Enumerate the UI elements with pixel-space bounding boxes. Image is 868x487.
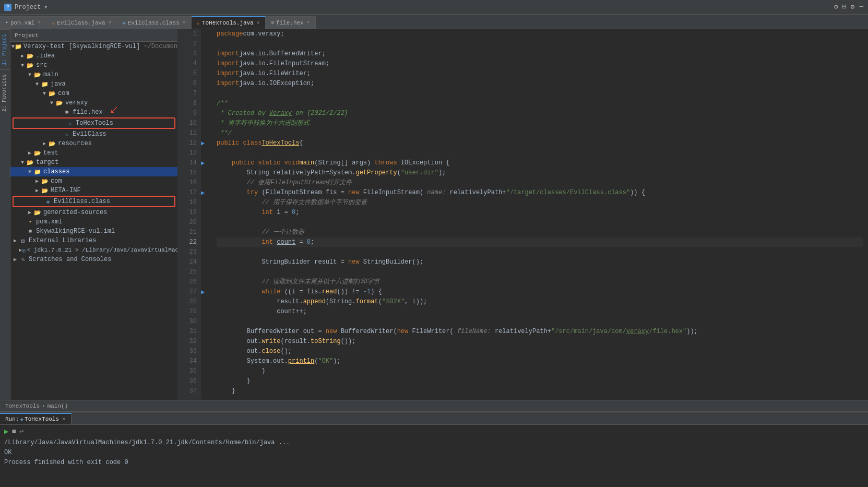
java-evilclass-icon: ☕ — [63, 130, 71, 138]
tree-item-scratches[interactable]: ▶ ✎ Scratches and Consoles — [10, 255, 177, 264]
code-line-21: // 一个计数器 — [217, 228, 863, 237]
code-editor[interactable]: 1 2 3 4 5 6 7 8 9 10 11 12 13 14 15 16 1… — [177, 29, 868, 400]
tree-label-veraxy: veraxy — [65, 99, 88, 106]
run-button[interactable]: ▶ — [4, 427, 8, 436]
tree-label-classes: classes — [43, 168, 69, 175]
code-line-28: result.append(String.format("%02X", i)); — [217, 297, 863, 307]
tree-item-com[interactable]: ▼ 📂 com — [10, 89, 177, 98]
split-icon[interactable]: ⊟ — [842, 3, 847, 12]
run-gutter-12[interactable]: ▶ — [201, 138, 211, 148]
line-num-2: 2 — [182, 39, 197, 49]
dropdown-arrow-icon[interactable]: ▾ — [44, 4, 47, 10]
tab-file-hex[interactable]: ■ file.hex × — [266, 16, 316, 29]
folder-icon-generated: 📂 — [33, 208, 42, 217]
stop-button[interactable]: ■ — [11, 427, 16, 436]
code-line-23 — [217, 247, 863, 257]
tree-item-jdk[interactable]: ▶ ◎ < jdk1.7.0_21 > /Library/Java/JavaVi… — [10, 245, 177, 255]
tab-close-icon4[interactable]: × — [257, 20, 260, 26]
tab-tohextools-java[interactable]: ☕ ToHexTools.java × — [192, 16, 266, 29]
tree-arrow-idea: ▶ — [19, 53, 26, 59]
run-tab-close[interactable]: × — [62, 416, 66, 422]
tree-item-veraxy[interactable]: ▼ 📂 veraxy — [10, 98, 177, 108]
line-num-34: 34 — [182, 357, 197, 366]
breadcrumb-item-1[interactable]: ToHexTools — [5, 403, 40, 409]
tree-item-classes[interactable]: ▼ 📁 classes — [10, 167, 177, 176]
tab-close-icon3[interactable]: × — [183, 20, 186, 26]
tree-item-generated[interactable]: ▶ 📂 generated-sources — [10, 208, 177, 217]
line-num-19: 19 — [182, 208, 197, 218]
tree-item-pom[interactable]: ▪ pom.xml — [10, 217, 177, 227]
tab-close-icon[interactable]: × — [38, 20, 41, 26]
gear-icon[interactable]: ⚙ — [851, 3, 855, 12]
line-num-28: 28 — [182, 297, 197, 307]
folder-icon-root: 📁 — [15, 42, 22, 51]
code-line-12: public class ToHexTools { — [217, 138, 863, 148]
tree-item-com2[interactable]: ▶ 📂 com — [10, 176, 177, 186]
tree-label-external-libs: External Libraries — [29, 237, 97, 244]
run-gutter-37[interactable]: ▶ — [201, 396, 211, 400]
run-gutter-27[interactable]: ▶ — [201, 287, 211, 297]
line-num-1: 1 — [182, 29, 197, 39]
run-gutter-14[interactable]: ▶ — [201, 158, 211, 168]
tree-item-test[interactable]: ▶ 📂 test — [10, 148, 177, 158]
code-line-14: public static void main(String[] args) t… — [217, 158, 863, 168]
tree-item-idea[interactable]: ▶ 📂 .idea — [10, 51, 177, 61]
line-num-23: 23 — [182, 247, 197, 257]
tree-arrow-com2: ▶ — [33, 178, 41, 184]
tree-item-evilclass-java[interactable]: ☕ EvilClass — [10, 129, 177, 139]
run-tab-class-name: ToHexTools — [25, 416, 59, 422]
gutter: ▶ ▶ ▶ ▶ — [201, 29, 211, 400]
folder-icon-com2: 📂 — [41, 177, 49, 185]
tree-arrow-external-libs: ▶ — [11, 237, 19, 244]
line-num-31: 31 — [182, 327, 197, 337]
run-gutter-17[interactable]: ▶ — [201, 188, 211, 198]
code-line-31: BufferedWriter out = new BufferedWriter(… — [217, 327, 863, 337]
tree-item-external-libs[interactable]: ▶ ⊞ External Libraries — [10, 236, 177, 245]
code-line-8: /** — [217, 99, 863, 109]
tree-item-meta-inf[interactable]: ▶ 📂 META-INF — [10, 186, 177, 195]
class-file-icon: ◈ — [123, 20, 126, 26]
folder-icon-idea: 📂 — [26, 52, 34, 60]
tree-item-main[interactable]: ▼ 📂 main — [10, 70, 177, 79]
bottom-tabs: Run: ◈ ToHexTools × — [0, 412, 868, 425]
tree-item-resources[interactable]: ▶ 📂 resources — [10, 139, 177, 148]
tab-evilclass-class[interactable]: ◈ EvilClass.class × — [117, 16, 192, 29]
tree-item-root[interactable]: ▼ 📁 Veraxy-test [SkywalkingRCE-vul] ~/Do… — [10, 42, 177, 51]
sidebar-title-label: Project — [15, 32, 39, 39]
left-tabs: 1: Project 2: Favorites — [0, 29, 10, 400]
reload-button[interactable]: ↩ — [19, 427, 23, 436]
tree-item-tohextools[interactable]: ☕ ToHexTools — [13, 117, 175, 129]
breadcrumb-separator: › — [42, 403, 45, 409]
tree-label-java: java — [51, 80, 66, 88]
tree-item-filehex[interactable]: ■ file.hex — [10, 108, 177, 117]
code-line-32: out.write(result.toString()); — [217, 337, 863, 347]
run-tab-label: Run: — [5, 416, 19, 422]
settings-icon[interactable]: ⚙ — [834, 3, 838, 12]
code-content[interactable]: package com.veraxy; import java.io.Buffe… — [211, 29, 868, 400]
sidebar-tab-project[interactable]: 1: Project — [0, 29, 10, 69]
minimize-icon[interactable]: − — [859, 3, 864, 12]
tree-item-iml[interactable]: ■ SkywalkingRCE-vul.iml — [10, 227, 177, 236]
run-tab[interactable]: Run: ◈ ToHexTools × — [0, 413, 72, 424]
tab-evilclass-java[interactable]: ☕ EvilClass.java × — [46, 16, 117, 29]
code-line-15: String relativelyPath=System.getProperty… — [217, 168, 863, 178]
code-line-17: try (FileInputStream fis = new FileInput… — [217, 188, 863, 198]
tab-close-icon2[interactable]: × — [109, 20, 112, 26]
code-line-16: // 使用FileInputStream打开文件 — [217, 178, 863, 188]
tree-item-evilclass-class[interactable]: ◈ EvilClass.class — [13, 196, 175, 207]
tab-close-icon5[interactable]: × — [307, 20, 310, 26]
line-num-36: 36 — [182, 376, 197, 386]
line-num-26: 26 — [182, 277, 197, 287]
console-output: /Library/Java/JavaVirtualMachines/jdk1.7… — [4, 438, 864, 468]
sidebar-tab-favorites[interactable]: 2: Favorites — [0, 69, 10, 116]
tab-pom-xml[interactable]: ▪ pom.xml × — [0, 16, 46, 29]
tree-item-target[interactable]: ▼ 📂 target — [10, 158, 177, 167]
folder-icon-veraxy: 📂 — [55, 99, 64, 107]
title-bar-title: Project — [15, 4, 41, 11]
line-num-7: 7 — [182, 89, 197, 99]
java-tohextools-icon: ☕ — [66, 119, 74, 127]
breadcrumb-item-2[interactable]: main() — [47, 403, 68, 409]
tree-item-java[interactable]: ▼ 📁 java — [10, 79, 177, 89]
tree-item-src[interactable]: ▼ 📂 src — [10, 61, 177, 70]
line-num-15: 15 — [182, 168, 197, 178]
